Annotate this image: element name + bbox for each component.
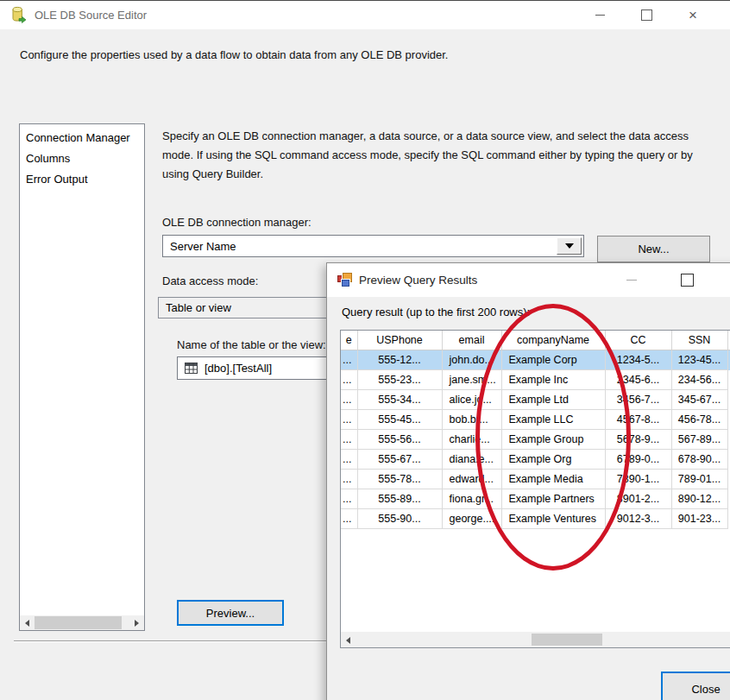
grid-cell[interactable]: 555-78... <box>357 470 442 489</box>
grid-cell[interactable]: Example Ltd <box>501 390 605 410</box>
grid-cell[interactable]: 678-90... <box>671 450 727 470</box>
grid-cell[interactable]: ... <box>341 410 357 430</box>
new-connection-button[interactable]: New... <box>597 236 710 262</box>
table-row[interactable]: ...555-90...george....Example Ventures90… <box>341 509 730 529</box>
grid-cell[interactable]: jane.sm... <box>442 370 501 390</box>
table-name-value: [dbo].[TestAll] <box>205 362 272 375</box>
preview-maximize-button[interactable] <box>667 266 707 294</box>
scroll-right-icon[interactable] <box>129 615 144 630</box>
scrollbar-thumb[interactable] <box>35 616 122 629</box>
grid-cell[interactable]: ... <box>341 450 357 470</box>
sidebar-item-connection-manager[interactable]: Connection Manager <box>20 128 144 148</box>
maximize-button[interactable] <box>626 1 666 29</box>
minimize-icon <box>595 15 605 16</box>
grid-cell[interactable]: 555-23... <box>357 370 442 390</box>
grid-cell[interactable]: 555-89... <box>357 489 442 509</box>
grid-cell[interactable]: ... <box>341 470 357 489</box>
grid-cell[interactable]: ... <box>341 370 357 390</box>
sidebar-item-error-output[interactable]: Error Output <box>20 169 144 190</box>
grid-cell[interactable]: Example Corp <box>501 350 605 370</box>
grid-cell[interactable]: ... <box>341 350 357 370</box>
table-row[interactable]: ...555-12...john.do...Example Corp1234-5… <box>341 350 730 370</box>
grid-cell[interactable]: 234-56... <box>671 370 727 390</box>
listbox-hscrollbar[interactable] <box>20 615 144 630</box>
column-header-email[interactable]: email <box>442 331 501 350</box>
column-header-ssn[interactable]: SSN <box>671 331 727 350</box>
grid-cell[interactable]: 890-12... <box>671 489 727 509</box>
table-row[interactable]: ...555-67...diana.e...Example Org6789-0.… <box>341 450 730 470</box>
preview-button[interactable]: Preview... <box>177 600 284 626</box>
sidebar-item-columns[interactable]: Columns <box>20 148 144 169</box>
grid-cell[interactable]: john.do... <box>442 350 501 370</box>
grid-cell[interactable]: 901-23... <box>671 509 727 529</box>
grid-cell[interactable]: charlie... <box>442 430 501 450</box>
grid-cell[interactable]: 555-34... <box>357 390 442 410</box>
column-header-usphone[interactable]: USPhone <box>357 331 442 350</box>
results-grid: e USPhone email companyName CC SSN ...55… <box>340 330 730 648</box>
minimize-button[interactable] <box>580 1 620 29</box>
grid-cell[interactable]: 555-67... <box>357 450 442 470</box>
dropdown-button[interactable] <box>557 237 582 255</box>
main-titlebar: OLE DB Source Editor × <box>0 1 730 29</box>
grid-cell[interactable]: 789-01... <box>671 470 727 489</box>
table-row[interactable]: ...555-89...fiona.gr...Example Partners8… <box>341 489 730 509</box>
data-access-mode-label: Data access mode: <box>162 274 258 287</box>
grid-cell[interactable]: 5678-9... <box>605 430 671 450</box>
grid-cell[interactable]: fiona.gr... <box>442 489 501 509</box>
grid-cell[interactable]: Example Inc <box>501 370 605 390</box>
preview-minimize-button[interactable] <box>612 266 651 294</box>
ole-db-source-icon <box>9 6 27 23</box>
column-header-clipped[interactable]: e <box>341 331 357 350</box>
grid-cell[interactable]: 3456-7... <box>605 390 671 410</box>
scroll-left-icon[interactable] <box>20 615 35 630</box>
data-access-mode-value: Table or view <box>159 301 231 314</box>
grid-cell[interactable]: 456-78... <box>671 410 727 430</box>
close-window-button[interactable]: × <box>673 1 713 29</box>
grid-cell[interactable]: Example Org <box>501 450 605 470</box>
grid-cell[interactable]: diana.e... <box>442 450 501 470</box>
grid-cell[interactable]: ... <box>341 430 357 450</box>
grid-cell[interactable]: Example Partners <box>501 489 605 509</box>
table-row[interactable]: ...555-56...charlie...Example Group5678-… <box>341 430 730 450</box>
table-row[interactable]: ...555-45...bob.br...Example LLC4567-8..… <box>341 410 730 430</box>
connection-manager-label: OLE DB connection manager: <box>162 216 312 229</box>
scrollbar-thumb[interactable] <box>532 634 602 646</box>
connection-manager-combo[interactable]: Server Name <box>162 235 584 257</box>
column-header-companyname[interactable]: companyName <box>501 331 605 350</box>
grid-cell[interactable]: 4567-8... <box>605 410 671 430</box>
grid-cell[interactable]: 8901-2... <box>605 489 671 509</box>
grid-cell[interactable]: 123-45... <box>671 350 727 370</box>
close-dialog-button[interactable]: Close <box>661 672 730 700</box>
grid-cell[interactable]: ... <box>341 390 357 410</box>
page-title: OLE DB Source Editor <box>35 1 147 29</box>
grid-cell[interactable]: george.... <box>442 509 501 529</box>
table-row[interactable]: ...555-23...jane.sm...Example Inc2345-6.… <box>341 370 730 390</box>
close-icon: × <box>689 8 697 22</box>
grid-cell[interactable]: Example LLC <box>501 410 605 430</box>
grid-cell[interactable]: 1234-5... <box>605 350 671 370</box>
scroll-left-icon[interactable] <box>341 633 356 647</box>
table-row[interactable]: ...555-34...alice.jo...Example Ltd3456-7… <box>341 390 730 410</box>
access-mode-description: Specify an OLE DB connection manager, a … <box>162 127 721 184</box>
grid-cell[interactable]: ... <box>341 489 357 509</box>
grid-cell[interactable]: bob.br... <box>442 410 501 430</box>
grid-cell[interactable]: 9012-3... <box>605 509 671 529</box>
grid-cell[interactable]: edward... <box>442 470 501 489</box>
grid-cell[interactable]: 567-89... <box>671 430 727 450</box>
grid-cell[interactable]: ... <box>341 509 357 529</box>
grid-cell[interactable]: 6789-0... <box>605 450 671 470</box>
grid-hscrollbar[interactable] <box>341 632 730 647</box>
column-header-cc[interactable]: CC <box>605 331 671 350</box>
grid-cell[interactable]: Example Group <box>501 430 605 450</box>
table-row[interactable]: ...555-78...edward...Example Media7890-1… <box>341 470 730 489</box>
grid-cell[interactable]: Example Media <box>501 470 605 489</box>
grid-cell[interactable]: 555-90... <box>357 509 442 529</box>
grid-cell[interactable]: 555-12... <box>357 350 442 370</box>
grid-cell[interactable]: alice.jo... <box>442 390 501 410</box>
grid-cell[interactable]: 555-45... <box>357 410 442 430</box>
grid-cell[interactable]: 345-67... <box>671 390 727 410</box>
grid-cell[interactable]: 555-56... <box>357 430 442 450</box>
grid-cell[interactable]: 7890-1... <box>605 470 671 489</box>
grid-cell[interactable]: 2345-6... <box>605 370 671 390</box>
grid-cell[interactable]: Example Ventures <box>501 509 605 529</box>
